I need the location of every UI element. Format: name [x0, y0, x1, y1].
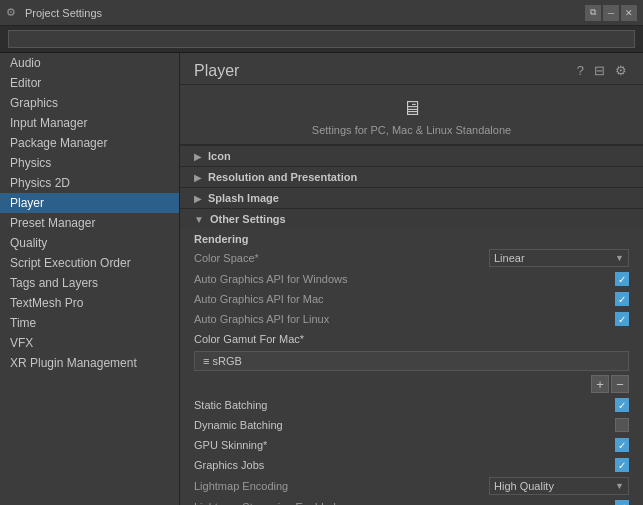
- header-icons: ? ⊟ ⚙: [575, 61, 629, 80]
- section-icon-label: Icon: [208, 150, 231, 162]
- color-gamut-value: ≡ sRGB: [203, 355, 242, 367]
- section-splash[interactable]: ▶ Splash Image: [180, 187, 643, 208]
- gpu-skinning-checkbox[interactable]: ✓: [615, 438, 629, 452]
- sidebar-item-tags-and-layers[interactable]: Tags and Layers: [0, 273, 179, 293]
- auto-graphics-mac-row: Auto Graphics API for Mac ✓: [180, 289, 643, 309]
- auto-graphics-linux-checkbox[interactable]: ✓: [615, 312, 629, 326]
- add-remove-row: + −: [180, 373, 643, 395]
- lightmap-streaming-checkbox[interactable]: ✓: [615, 500, 629, 505]
- section-resolution-arrow: ▶: [194, 172, 202, 183]
- title-bar-icon: ⚙: [6, 6, 20, 20]
- sidebar-item-textmesh-pro[interactable]: TextMesh Pro: [0, 293, 179, 313]
- color-space-value: Linear: [494, 252, 525, 264]
- lightmap-encoding-label: Lightmap Encoding: [194, 480, 489, 492]
- section-other-settings[interactable]: ▼ Other Settings: [180, 208, 643, 229]
- layout-button[interactable]: ⊟: [592, 61, 607, 80]
- section-other-settings-arrow: ▼: [194, 214, 204, 225]
- dynamic-batching-checkbox[interactable]: [615, 418, 629, 432]
- color-gamut-row: ≡ sRGB: [194, 351, 629, 371]
- lightmap-encoding-dropdown-arrow: ▼: [615, 481, 624, 491]
- lightmap-streaming-label: Lightmap Streaming Enabled: [194, 501, 615, 505]
- content-area: Player ? ⊟ ⚙ 🖥 Settings for PC, Mac & Li…: [180, 53, 643, 505]
- color-gamut-title-row: Color Gamut For Mac*: [180, 329, 643, 349]
- lightmap-encoding-row: Lightmap Encoding High Quality ▼: [180, 475, 643, 497]
- auto-graphics-linux-row: Auto Graphics API for Linux ✓: [180, 309, 643, 329]
- section-splash-label: Splash Image: [208, 192, 279, 204]
- lightmap-encoding-dropdown[interactable]: High Quality ▼: [489, 477, 629, 495]
- main-layout: Audio Editor Graphics Input Manager Pack…: [0, 53, 643, 505]
- static-batching-row: Static Batching ✓: [180, 395, 643, 415]
- platform-text: Settings for PC, Mac & Linux Standalone: [194, 124, 629, 136]
- section-icon[interactable]: ▶ Icon: [180, 145, 643, 166]
- auto-graphics-windows-label: Auto Graphics API for Windows: [194, 273, 615, 285]
- color-space-dropdown[interactable]: Linear ▼: [489, 249, 629, 267]
- auto-graphics-windows-checkbox[interactable]: ✓: [615, 272, 629, 286]
- auto-graphics-mac-label: Auto Graphics API for Mac: [194, 293, 615, 305]
- section-icon-arrow: ▶: [194, 151, 202, 162]
- gpu-skinning-row: GPU Skinning* ✓: [180, 435, 643, 455]
- dynamic-batching-label: Dynamic Batching: [194, 419, 615, 431]
- sidebar-item-editor[interactable]: Editor: [0, 73, 179, 93]
- settings-button[interactable]: ⚙: [613, 61, 629, 80]
- page-title: Player: [194, 62, 239, 80]
- sidebar-item-preset-manager[interactable]: Preset Manager: [0, 213, 179, 233]
- search-input[interactable]: [8, 30, 635, 48]
- static-batching-checkbox[interactable]: ✓: [615, 398, 629, 412]
- graphics-jobs-label: Graphics Jobs: [194, 459, 615, 471]
- monitor-icon: 🖥: [194, 97, 629, 120]
- sidebar-item-physics-2d[interactable]: Physics 2D: [0, 173, 179, 193]
- help-button[interactable]: ?: [575, 61, 586, 80]
- section-resolution[interactable]: ▶ Resolution and Presentation: [180, 166, 643, 187]
- sidebar-item-package-manager[interactable]: Package Manager: [0, 133, 179, 153]
- auto-graphics-mac-checkbox[interactable]: ✓: [615, 292, 629, 306]
- auto-graphics-windows-row: Auto Graphics API for Windows ✓: [180, 269, 643, 289]
- remove-color-gamut-button[interactable]: −: [611, 375, 629, 393]
- add-color-gamut-button[interactable]: +: [591, 375, 609, 393]
- lightmap-streaming-row: Lightmap Streaming Enabled ✓: [180, 497, 643, 505]
- title-bar-text: Project Settings: [25, 7, 585, 19]
- title-bar-controls: ⧉ ─ ✕: [585, 5, 637, 21]
- dynamic-batching-row: Dynamic Batching: [180, 415, 643, 435]
- sidebar-item-quality[interactable]: Quality: [0, 233, 179, 253]
- sidebar-item-graphics[interactable]: Graphics: [0, 93, 179, 113]
- search-bar: [0, 26, 643, 53]
- sidebar-item-xr-plugin-management[interactable]: XR Plugin Management: [0, 353, 179, 373]
- rendering-group-label: Rendering: [180, 229, 643, 247]
- platform-section: 🖥 Settings for PC, Mac & Linux Standalon…: [180, 89, 643, 145]
- color-gamut-label: Color Gamut For Mac*: [194, 333, 629, 345]
- sidebar-item-player[interactable]: Player: [0, 193, 179, 213]
- lightmap-encoding-value: High Quality: [494, 480, 554, 492]
- section-resolution-label: Resolution and Presentation: [208, 171, 357, 183]
- auto-graphics-linux-label: Auto Graphics API for Linux: [194, 313, 615, 325]
- color-space-dropdown-arrow: ▼: [615, 253, 624, 263]
- sidebar: Audio Editor Graphics Input Manager Pack…: [0, 53, 180, 505]
- maximize-button[interactable]: ─: [603, 5, 619, 21]
- graphics-jobs-row: Graphics Jobs ✓: [180, 455, 643, 475]
- sidebar-item-input-manager[interactable]: Input Manager: [0, 113, 179, 133]
- static-batching-label: Static Batching: [194, 399, 615, 411]
- content-scroll[interactable]: 🖥 Settings for PC, Mac & Linux Standalon…: [180, 85, 643, 505]
- close-button[interactable]: ✕: [621, 5, 637, 21]
- graphics-jobs-checkbox[interactable]: ✓: [615, 458, 629, 472]
- sidebar-item-audio[interactable]: Audio: [0, 53, 179, 73]
- section-other-settings-label: Other Settings: [210, 213, 286, 225]
- gpu-skinning-label: GPU Skinning*: [194, 439, 615, 451]
- sidebar-item-script-execution-order[interactable]: Script Execution Order: [0, 253, 179, 273]
- section-splash-arrow: ▶: [194, 193, 202, 204]
- minimize-button[interactable]: ⧉: [585, 5, 601, 21]
- sidebar-item-time[interactable]: Time: [0, 313, 179, 333]
- sidebar-item-vfx[interactable]: VFX: [0, 333, 179, 353]
- content-header: Player ? ⊟ ⚙: [180, 53, 643, 85]
- color-space-row: Color Space* Linear ▼: [180, 247, 643, 269]
- color-space-label: Color Space*: [194, 252, 489, 264]
- title-bar: ⚙ Project Settings ⧉ ─ ✕: [0, 0, 643, 26]
- sidebar-item-physics[interactable]: Physics: [0, 153, 179, 173]
